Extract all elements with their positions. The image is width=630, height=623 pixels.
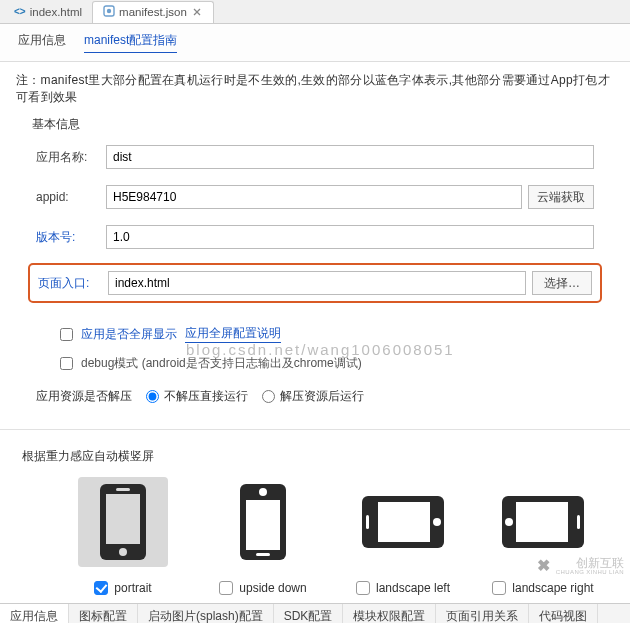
row-appid: appid: 云端获取 — [28, 183, 602, 211]
file-tab-manifest[interactable]: manifest.json — [92, 1, 214, 23]
orientation-option-portrait[interactable]: portrait — [58, 477, 188, 595]
orientation-label-row: landscape left — [356, 581, 450, 595]
bottom-tab-splash[interactable]: 启动图片(splash)配置 — [138, 604, 274, 623]
label-resource: 应用资源是否解压 — [36, 388, 132, 405]
cloud-fetch-button[interactable]: 云端获取 — [528, 185, 594, 209]
file-tab-label: manifest.json — [119, 6, 187, 18]
orientation-grid: portrait upside down landscape left — [0, 471, 630, 603]
bottom-tab-code-view[interactable]: 代码视图 — [529, 604, 598, 623]
device-upside-down-icon — [218, 477, 308, 567]
label-upside-down: upside down — [239, 581, 306, 595]
row-version: 版本号: — [28, 223, 602, 251]
input-appid[interactable] — [106, 185, 522, 209]
svg-point-6 — [119, 548, 127, 556]
input-app-name[interactable] — [106, 145, 594, 169]
orientation-option-upside-down[interactable]: upside down — [198, 477, 328, 595]
bottom-tab-page-refs[interactable]: 页面引用关系 — [436, 604, 529, 623]
svg-rect-17 — [516, 502, 568, 542]
basic-info-form: 应用名称: appid: 云端获取 版本号: 页面入口: 选择… — [0, 141, 630, 319]
device-portrait-icon — [78, 477, 168, 567]
orientation-option-landscape-right[interactable]: landscape right — [478, 477, 608, 595]
file-tab-label: index.html — [30, 6, 82, 18]
label-appid: appid: — [36, 190, 106, 204]
bottom-tab-icons[interactable]: 图标配置 — [69, 604, 138, 623]
input-entry[interactable] — [108, 271, 526, 295]
checkbox-debug[interactable] — [60, 357, 73, 370]
close-icon[interactable] — [191, 6, 203, 18]
basic-info-title: 基本信息 — [0, 110, 630, 141]
input-version[interactable] — [106, 225, 594, 249]
svg-point-10 — [259, 488, 267, 496]
row-debug: debug模式 (android是否支持日志输出及chrome调试) — [0, 349, 630, 378]
svg-point-1 — [107, 9, 111, 13]
fullscreen-guide-link[interactable]: 应用全屏配置说明 — [185, 325, 281, 343]
device-landscape-right-icon — [498, 477, 588, 567]
orientation-label-row: landscape right — [492, 581, 593, 595]
choose-entry-button[interactable]: 选择… — [532, 271, 592, 295]
svg-rect-9 — [246, 500, 280, 550]
html-file-icon: <> — [14, 6, 26, 17]
bottom-tab-sdk[interactable]: SDK配置 — [274, 604, 344, 623]
svg-rect-11 — [256, 553, 270, 556]
config-note: 注：manifest里大部分配置在真机运行时是不生效的,生效的部分以蓝色字体表示… — [0, 62, 630, 110]
sub-tab-info[interactable]: 应用信息 — [18, 32, 66, 53]
svg-rect-7 — [116, 488, 130, 491]
label-landscape-right: landscape right — [512, 581, 593, 595]
label-portrait: portrait — [114, 581, 151, 595]
bottom-tab-app-info[interactable]: 应用信息 — [0, 604, 69, 623]
row-entry: 页面入口: 选择… — [28, 263, 602, 303]
label-app-name: 应用名称: — [36, 149, 106, 166]
label-landscape-left: landscape left — [376, 581, 450, 595]
label-debug: debug模式 (android是否支持日志输出及chrome调试) — [81, 355, 362, 372]
label-entry: 页面入口: — [38, 275, 108, 292]
label-fullscreen: 应用是否全屏显示 — [81, 326, 177, 343]
checkbox-upside-down[interactable] — [219, 581, 233, 595]
bottom-tab-module-perms[interactable]: 模块权限配置 — [343, 604, 436, 623]
svg-rect-15 — [366, 515, 369, 529]
file-tab-bar: <> index.html manifest.json — [0, 0, 630, 24]
svg-rect-5 — [106, 494, 140, 544]
checkbox-landscape-left[interactable] — [356, 581, 370, 595]
manifest-sub-tabs: 应用信息 manifest配置指南 — [0, 24, 630, 62]
orientation-label-row: upside down — [219, 581, 306, 595]
orientation-title: 根据重力感应自动横竖屏 — [0, 436, 630, 471]
radio-no-extract-wrap[interactable]: 不解压直接运行 — [146, 388, 248, 405]
row-fullscreen: 应用是否全屏显示 应用全屏配置说明 — [0, 319, 630, 349]
checkbox-portrait[interactable] — [94, 581, 108, 595]
bottom-tab-bar: 应用信息 图标配置 启动图片(splash)配置 SDK配置 模块权限配置 页面… — [0, 603, 630, 623]
section-divider — [0, 429, 630, 430]
radio-extract[interactable] — [262, 390, 275, 403]
svg-point-18 — [505, 518, 513, 526]
file-tab-index[interactable]: <> index.html — [4, 1, 92, 23]
radio-extract-label: 解压资源后运行 — [280, 388, 364, 405]
label-version: 版本号: — [36, 229, 106, 246]
svg-rect-19 — [577, 515, 580, 529]
manifest-guide-link[interactable]: manifest配置指南 — [84, 32, 177, 53]
checkbox-landscape-right[interactable] — [492, 581, 506, 595]
row-resource-extract: 应用资源是否解压 不解压直接运行 解压资源后运行 — [0, 378, 630, 423]
row-app-name: 应用名称: — [28, 143, 602, 171]
radio-no-extract[interactable] — [146, 390, 159, 403]
radio-extract-wrap[interactable]: 解压资源后运行 — [262, 388, 364, 405]
json-file-icon — [103, 5, 115, 19]
orientation-option-landscape-left[interactable]: landscape left — [338, 477, 468, 595]
device-landscape-left-icon — [358, 477, 448, 567]
editor-pane: 应用信息 manifest配置指南 注：manifest里大部分配置在真机运行时… — [0, 24, 630, 603]
orientation-label-row: portrait — [94, 581, 151, 595]
radio-no-extract-label: 不解压直接运行 — [164, 388, 248, 405]
checkbox-fullscreen[interactable] — [60, 328, 73, 341]
svg-rect-13 — [378, 502, 430, 542]
svg-point-14 — [433, 518, 441, 526]
